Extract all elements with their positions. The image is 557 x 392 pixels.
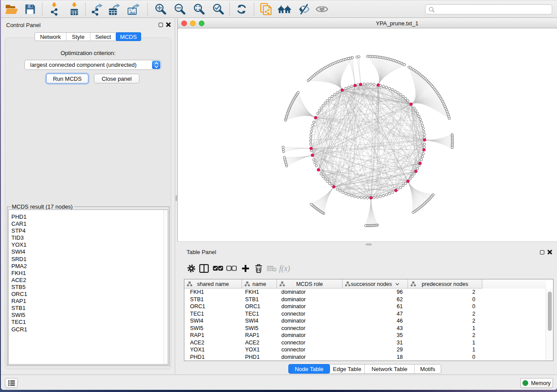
mcds-result-item[interactable]: FKH1 (9, 270, 168, 277)
zoom-in-button[interactable] (153, 2, 168, 17)
mcds-result-list[interactable]: PHD1CAR1STP4TID3YOX1SWI4SRD1PMA2FKH1ACE2… (8, 210, 168, 364)
table-row[interactable]: SWI4SWI4dominator462 (184, 317, 546, 325)
mcds-result-item[interactable]: SWI4 (9, 248, 168, 255)
network-window-titlebar[interactable]: YPA_prune.txt_1 (178, 18, 557, 28)
refresh-layout-button[interactable] (234, 2, 249, 17)
table-row[interactable]: PHD1PHD1dominator180 (184, 354, 546, 361)
panel-menu-button[interactable] (5, 378, 18, 388)
cell-successor-nodes: 61 (343, 303, 408, 310)
add-column-button[interactable] (239, 262, 252, 275)
save-session-button[interactable] (23, 2, 38, 17)
mcds-list-scrollbar[interactable] (163, 210, 168, 364)
mcds-result-item[interactable]: STB1 (9, 305, 168, 312)
delete-column-button[interactable] (253, 262, 265, 275)
table-row[interactable]: STB1STB1dominator620 (184, 296, 546, 303)
table-scrollbar-thumb[interactable] (548, 292, 552, 331)
run-mcds-button[interactable]: Run MCDS (46, 74, 88, 83)
table-rows: FKH1FKH1dominator962STB1STB1dominator620… (184, 289, 546, 361)
export-table-icon (107, 3, 121, 16)
tab-select[interactable]: Select (90, 33, 116, 41)
dropdown-arrows-icon (152, 61, 160, 69)
export-table-button[interactable] (107, 2, 122, 17)
select-all-check-button[interactable] (212, 262, 224, 275)
table-row[interactable]: YOX1YOX1connector291 (184, 346, 546, 354)
search-input[interactable] (437, 7, 552, 13)
zoom-fit-button[interactable] (191, 2, 206, 17)
criterion-dropdown[interactable]: largest connected component (undirected) (24, 60, 161, 70)
window-close-button[interactable] (181, 21, 187, 26)
close-panel-icon[interactable] (547, 250, 552, 254)
table-row[interactable]: ACE2ACE2connector311 (184, 339, 546, 347)
window-maximize-button[interactable] (199, 21, 204, 26)
delete-table-button[interactable] (266, 262, 278, 275)
column-header-successor-nodes[interactable]: successor nodes (343, 279, 408, 289)
float-panel-icon[interactable] (540, 250, 544, 254)
open-file-button[interactable] (4, 2, 19, 17)
mcds-result-item[interactable]: PMA2 (9, 263, 168, 270)
mcds-result-item[interactable]: PHD1 (9, 213, 168, 220)
column-header-name[interactable]: name (242, 279, 277, 289)
cell-successor-nodes: 43 (343, 325, 408, 332)
mcds-result-item[interactable]: GCR1 (9, 326, 168, 333)
tab-node-table[interactable]: Node Table (288, 364, 330, 374)
show-all-button[interactable] (315, 2, 329, 17)
gear-button[interactable] (185, 262, 197, 275)
table-scrollbar[interactable] (546, 289, 553, 361)
horizontal-splitter[interactable] (177, 241, 557, 247)
mcds-result-item[interactable]: SRD1 (9, 256, 168, 263)
first-neighbors-button[interactable] (277, 2, 292, 17)
horizontal-splitter-grip[interactable] (366, 244, 372, 245)
import-network-button[interactable] (47, 2, 62, 17)
mcds-result-item[interactable]: ORC1 (9, 291, 168, 298)
tab-network[interactable]: Network (35, 33, 66, 41)
close-panel-icon[interactable] (166, 22, 171, 27)
tab-style[interactable]: Style (66, 33, 90, 41)
column-header-shared-name[interactable]: shared name (184, 279, 242, 289)
cell-name: ACE2 (242, 339, 277, 347)
column-label: predecessor nodes (422, 281, 468, 287)
export-network-button[interactable] (90, 2, 104, 17)
cell-shared-name: YOX1 (184, 346, 242, 354)
memory-button[interactable]: Memory (520, 378, 553, 388)
network-from-selection-button[interactable] (259, 2, 273, 17)
zoom-selected-button[interactable] (211, 2, 225, 17)
search-box[interactable] (425, 4, 552, 14)
table-row[interactable]: TEC1TEC1connector472 (184, 310, 546, 318)
float-panel-icon[interactable] (159, 23, 163, 27)
mcds-result-item[interactable]: TID3 (9, 234, 168, 241)
memory-button-label: Memory (531, 380, 550, 386)
zoom-out-button[interactable] (172, 2, 187, 17)
close-panel-button[interactable]: Close panel (94, 74, 139, 83)
column-header-predecessor-nodes[interactable]: predecessor nodes (408, 279, 482, 289)
hide-selection-button[interactable] (297, 2, 311, 17)
mcds-result-item[interactable]: SWI5 (9, 312, 168, 319)
mcds-result-item[interactable]: STP4 (9, 227, 168, 234)
tab-motifs[interactable]: Motifs (415, 364, 441, 373)
cell-successor-nodes: 31 (343, 339, 408, 347)
deselect-all-button[interactable] (225, 262, 238, 275)
mcds-result-item[interactable]: YOX1 (9, 241, 168, 248)
tab-edge-table[interactable]: Edge Table (330, 364, 365, 373)
cell-successor-nodes: 96 (343, 289, 408, 296)
mcds-result-group-title: MCDS result (17 nodes) (10, 203, 74, 210)
table-row[interactable]: RAP1RAP1dominator352 (184, 332, 546, 339)
import-table-button[interactable] (67, 2, 82, 17)
mcds-result-item[interactable]: CAR1 (9, 220, 168, 227)
tab-mcds[interactable]: MCDS (116, 32, 141, 41)
table-row[interactable]: SWI5SWI5connector431 (184, 325, 546, 332)
tab-network-table[interactable]: Network Table (365, 364, 415, 373)
vertical-splitter-grip[interactable] (176, 195, 177, 201)
window-minimize-button[interactable] (190, 21, 196, 26)
mcds-result-items: PHD1CAR1STP4TID3YOX1SWI4SRD1PMA2FKH1ACE2… (9, 210, 168, 333)
mcds-result-item[interactable]: TEC1 (9, 319, 168, 326)
export-image-button[interactable] (126, 2, 141, 17)
column-header-mcds-role[interactable]: MCDS role (277, 279, 343, 289)
split-columns-button[interactable] (198, 262, 210, 275)
mcds-result-item[interactable]: ACE2 (9, 277, 168, 284)
table-row[interactable]: ORC1ORC1dominator610 (184, 303, 546, 310)
function-builder-button[interactable]: f(x) (280, 262, 292, 275)
mcds-result-item[interactable]: STB5 (9, 284, 168, 291)
table-row[interactable]: FKH1FKH1dominator962 (184, 289, 546, 296)
mcds-result-item[interactable]: RAP1 (9, 298, 168, 305)
network-canvas[interactable] (178, 28, 557, 241)
